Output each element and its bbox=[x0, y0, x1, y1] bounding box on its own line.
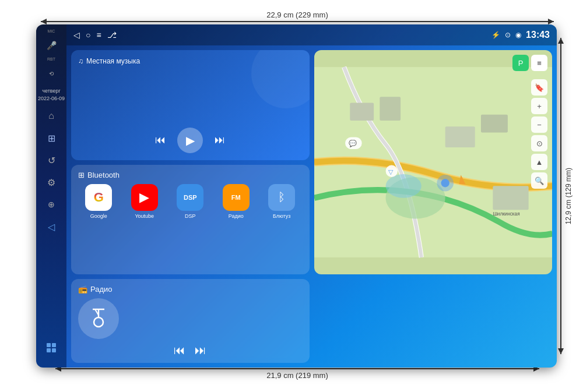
radio-label: Радио bbox=[229, 213, 244, 219]
bt-icon: ᛒ bbox=[268, 184, 295, 211]
dsp-label: DSP bbox=[185, 213, 196, 219]
back-btn[interactable]: ↺ bbox=[43, 152, 59, 168]
right-arrow-line bbox=[560, 38, 561, 354]
music-controls: ⏮ ▶ ⏭ bbox=[78, 122, 303, 153]
settings-btn[interactable]: ⚙ bbox=[43, 174, 59, 190]
vol-up-btn[interactable]: ⊕ bbox=[43, 196, 59, 213]
apps-dot-2 bbox=[52, 343, 56, 347]
svg-rect-6 bbox=[480, 115, 507, 133]
main-screen: ◁ ○ ≡ ⎇ ⚡ ⊙ ◉ 13:43 ♫ Местн bbox=[66, 24, 557, 368]
radio-prev-btn[interactable]: ⏮ bbox=[174, 344, 185, 357]
svg-point-18 bbox=[94, 317, 103, 327]
location-status-icon: ⊙ bbox=[505, 31, 511, 39]
google-g-letter: G bbox=[94, 190, 104, 205]
dsp-app-item[interactable]: DSP DSP bbox=[177, 184, 203, 219]
apps-dot-1 bbox=[47, 343, 51, 347]
radio-next-btn[interactable]: ⏭ bbox=[195, 344, 206, 357]
wifi-status-icon: ◉ bbox=[515, 31, 521, 39]
svg-text:💬: 💬 bbox=[349, 139, 357, 147]
menu-nav-icon[interactable]: ≡ bbox=[96, 30, 101, 40]
svg-rect-4 bbox=[380, 97, 401, 121]
top-measurement: 22,9 cm (229 mm) bbox=[41, 10, 554, 22]
radio-title: Радио bbox=[90, 285, 113, 294]
bt-label: Блютуз bbox=[273, 213, 290, 219]
bottom-measurement-label: 21,9 cm (219 mm) bbox=[266, 371, 328, 380]
radio-widget: 📻 Радио bbox=[71, 279, 310, 363]
svg-text:Шилкинская: Шилкинская bbox=[493, 211, 519, 217]
dsp-icon: DSP bbox=[177, 184, 203, 211]
music-prev-btn[interactable]: ⏮ bbox=[155, 134, 166, 146]
bluetooth-status-icon: ⚡ bbox=[491, 31, 500, 39]
clock-display: 13:43 bbox=[526, 30, 550, 40]
svg-text:▽: ▽ bbox=[388, 168, 393, 175]
google-icon: G bbox=[85, 184, 112, 211]
map-side-controls: 🔖 + − ⊙ ▲ 🔍 bbox=[531, 79, 547, 189]
mic-label: MIC bbox=[48, 29, 55, 33]
device-wrapper: MIC 🎤 RBT ⟲ четверг 2022-06-09 ⌂ ⊞ ↺ ⚙ ⊕… bbox=[36, 24, 557, 368]
antenna-svg bbox=[87, 307, 110, 330]
dsp-text: DSP bbox=[184, 194, 197, 201]
music-next-btn[interactable]: ⏭ bbox=[215, 134, 225, 146]
radio-main bbox=[78, 298, 303, 339]
rbt-btn[interactable]: ⟲ bbox=[43, 65, 59, 82]
music-play-btn[interactable]: ▶ bbox=[177, 128, 203, 153]
apps-grid-icon bbox=[47, 343, 56, 352]
music-note-icon: ♫ bbox=[78, 57, 83, 65]
radio-icon: FM bbox=[223, 184, 250, 211]
map-search-btn[interactable]: 🔍 bbox=[531, 172, 547, 189]
bluetooth-title: Bluetooth bbox=[87, 171, 120, 179]
radio-controls: ⏮ ⏭ bbox=[78, 344, 303, 357]
map-compass-btn[interactable]: ⊙ bbox=[531, 135, 547, 151]
svg-rect-3 bbox=[350, 103, 374, 121]
home-nav-icon[interactable]: ○ bbox=[86, 30, 90, 40]
day-text: четверг bbox=[38, 87, 65, 95]
right-measurement: 12,9 cm (129 mm) bbox=[560, 38, 573, 354]
radio-antenna-icon bbox=[78, 298, 119, 339]
nav-icons-group: ◁ ○ ≡ ⎇ bbox=[73, 30, 491, 40]
content-area: ♫ Местная музыка ⏮ ▶ ⏭ bbox=[66, 45, 557, 368]
bottom-arrow-line bbox=[55, 368, 539, 369]
map-bookmark-btn[interactable]: 🔖 bbox=[531, 79, 547, 96]
mic-btn[interactable]: 🎤 bbox=[43, 37, 59, 54]
music-widget: ♫ Местная музыка ⏮ ▶ ⏭ bbox=[71, 50, 310, 160]
map-green-btn[interactable]: P bbox=[512, 55, 529, 71]
bluetooth-widget: ⊞ Bluetooth G Google bbox=[71, 165, 310, 275]
bt-app-item[interactable]: ᛒ Блютуз bbox=[268, 184, 295, 219]
date-text: 2022-06-09 bbox=[38, 95, 65, 103]
status-right-group: ⚡ ⊙ ◉ 13:43 bbox=[491, 30, 550, 40]
map-widget[interactable]: Тобольская ул. Шилкинская НК Уссур 💬 ▽ bbox=[314, 50, 553, 274]
radio-app-item[interactable]: FM Радио bbox=[223, 184, 250, 219]
svg-point-9 bbox=[441, 179, 449, 187]
google-label: Google bbox=[90, 213, 107, 219]
apps-grid-btn[interactable] bbox=[41, 337, 62, 358]
apps-dot-4 bbox=[52, 348, 56, 352]
radio-header-icon: 📻 bbox=[78, 285, 87, 294]
google-app-item[interactable]: G Google bbox=[85, 184, 112, 219]
top-measurement-label: 22,9 cm (229 mm) bbox=[266, 10, 328, 19]
apps-dot-3 bbox=[47, 348, 51, 352]
music-title: ♫ Местная музыка bbox=[78, 57, 303, 65]
map-orient-btn[interactable]: ▲ bbox=[531, 154, 547, 170]
svg-point-2 bbox=[385, 174, 421, 198]
home-btn[interactable]: ⌂ bbox=[43, 108, 59, 124]
map-top-controls: P ≡ bbox=[512, 55, 547, 71]
radio-header: 📻 Радио bbox=[78, 285, 303, 294]
device-frame: MIC 🎤 RBT ⟲ четверг 2022-06-09 ⌂ ⊞ ↺ ⚙ ⊕… bbox=[36, 24, 557, 368]
youtube-app-item[interactable]: ▶ Youtube bbox=[131, 184, 158, 219]
back-nav-icon[interactable]: ◁ bbox=[73, 30, 80, 40]
map-zoom-in-btn[interactable]: + bbox=[531, 98, 547, 114]
play-icon: ▶ bbox=[186, 133, 195, 147]
left-sidebar: MIC 🎤 RBT ⟲ четверг 2022-06-09 ⌂ ⊞ ↺ ⚙ ⊕… bbox=[36, 24, 66, 368]
svg-rect-5 bbox=[445, 126, 475, 147]
map-menu-btn[interactable]: ≡ bbox=[531, 55, 547, 71]
youtube-icon: ▶ bbox=[131, 184, 158, 211]
rbt-label: RBT bbox=[47, 57, 55, 61]
map-zoom-out-btn[interactable]: − bbox=[531, 116, 547, 133]
map-background: Тобольская ул. Шилкинская НК Уссур 💬 ▽ bbox=[314, 50, 553, 274]
equalizer-btn[interactable]: ⊞ bbox=[43, 130, 59, 146]
bluetooth-header: ⊞ Bluetooth bbox=[78, 171, 303, 179]
youtube-label: Youtube bbox=[135, 213, 154, 219]
youtube-play-icon: ▶ bbox=[139, 190, 149, 205]
nav-btn[interactable]: ◁ bbox=[43, 218, 59, 235]
right-measurement-label: 12,9 cm (129 mm) bbox=[564, 168, 573, 224]
